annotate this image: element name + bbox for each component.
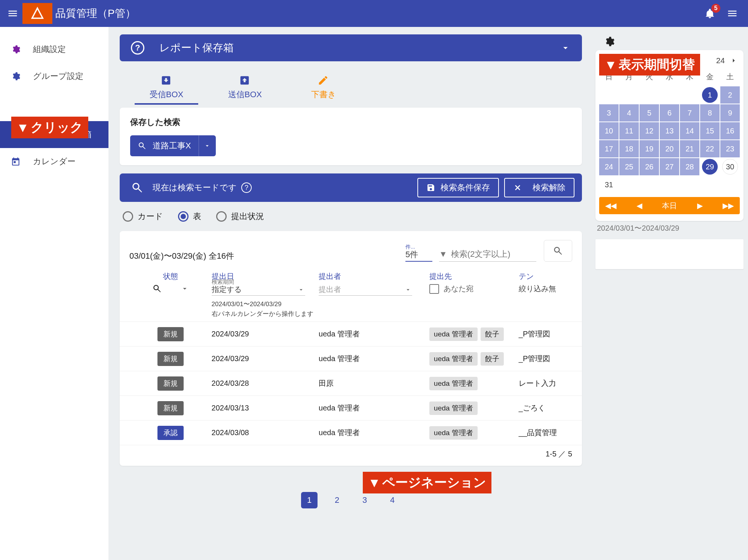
period-help: 2024/03/01〜2024/03/29 右パネルカレンダーから操作します	[212, 299, 319, 319]
template-filter[interactable]: 絞り込み無	[519, 284, 572, 294]
chevron-down-icon[interactable]	[181, 284, 189, 293]
calendar-day[interactable]: 28	[680, 158, 699, 175]
calendar-day[interactable]: 4	[619, 104, 639, 121]
table-row[interactable]: 新規2024/03/29ueda 管理者ueda 管理者餃子_P管理図	[120, 346, 582, 371]
cell-submitter: ueda 管理者	[319, 428, 429, 438]
calendar-day[interactable]: 21	[680, 140, 699, 157]
calendar-day[interactable]: 20	[660, 140, 679, 157]
search-icon[interactable]	[152, 284, 162, 293]
recipient-pill: ueda 管理者	[429, 327, 478, 341]
search-mode-text: 現在は検索モードです	[153, 182, 237, 193]
col-submitter[interactable]: 提出者	[319, 271, 429, 281]
rewind-icon[interactable]: ◀◀	[605, 201, 616, 210]
calendar-day[interactable]: 9	[720, 104, 740, 121]
calendar-day[interactable]: 22	[700, 140, 720, 157]
sidebar-item-org-settings[interactable]: 組織設定	[0, 36, 108, 63]
calendar-day	[619, 86, 639, 104]
calendar-day[interactable]: 11	[619, 122, 639, 139]
table-row[interactable]: 新規2024/03/29ueda 管理者ueda 管理者餃子_P管理図	[120, 321, 582, 346]
outbox-icon	[239, 75, 251, 87]
sidebar-item-group-settings[interactable]: グループ設定	[0, 63, 108, 90]
page-4[interactable]: 4	[384, 492, 401, 508]
calendar-day[interactable]: 14	[680, 122, 699, 139]
radio-submission-view[interactable]: 提出状況	[216, 211, 264, 222]
page-2[interactable]: 2	[329, 492, 345, 508]
table-row[interactable]: 新規2024/03/13ueda 管理者ueda 管理者_ごろく	[120, 396, 582, 420]
radio-table-view[interactable]: 表	[178, 211, 201, 222]
save-search-button[interactable]: 検索条件保存	[417, 178, 499, 197]
calendar-day[interactable]: 29	[702, 159, 718, 175]
page-3[interactable]: 3	[356, 492, 373, 508]
calendar-day[interactable]: 18	[619, 140, 639, 157]
notifications-button[interactable]: 5	[702, 5, 718, 22]
tab-inbox[interactable]: 受信BOX	[127, 67, 206, 104]
search-button[interactable]	[544, 240, 572, 262]
tab-drafts[interactable]: 下書き	[284, 67, 363, 104]
to-you-checkbox[interactable]	[429, 284, 439, 294]
today-button[interactable]: 本日	[662, 201, 677, 211]
callout-period-switch: ▼ 表示期間切替	[599, 54, 700, 76]
table-row[interactable]: 新規2024/03/28田原ueda 管理者レート入力	[120, 371, 582, 396]
period-filter-select[interactable]: 検索期間 指定する	[212, 284, 305, 296]
calendar-day[interactable]: 1	[702, 87, 718, 103]
calendar-day[interactable]: 12	[640, 122, 659, 139]
calendar-day[interactable]: 30	[722, 159, 738, 175]
saved-search-chip[interactable]: 道路工事X	[130, 135, 216, 156]
chevron-down-icon[interactable]	[560, 43, 571, 53]
table-header: 状態 提出日 提出者 提出先 テン	[120, 265, 582, 283]
calendar-nav: ◀◀ ◀ 本日 ▶ ▶▶	[599, 197, 740, 214]
calendar-day[interactable]: 3	[599, 104, 619, 121]
calendar-day[interactable]: 24	[599, 158, 619, 175]
calendar-day[interactable]: 6	[660, 104, 679, 121]
panel-header[interactable]: ? レポート保存箱	[120, 34, 582, 61]
triangle-down-icon: ▼	[439, 249, 447, 259]
calendar-day[interactable]: 27	[660, 158, 679, 175]
calendar-day[interactable]: 15	[700, 122, 720, 139]
col-template[interactable]: テン	[519, 271, 572, 281]
calendar-day[interactable]: 13	[660, 122, 679, 139]
table-row[interactable]: 承認2024/03/08ueda 管理者ueda 管理者__品質管理	[120, 420, 582, 445]
calendar-day[interactable]: 10	[599, 122, 619, 139]
calendar-day[interactable]: 7	[680, 104, 699, 121]
saved-searches-card: 保存した検索 道路工事X	[120, 108, 582, 165]
forward-icon[interactable]: ▶▶	[723, 201, 734, 210]
calendar-day[interactable]: 17	[599, 140, 619, 157]
cell-submitter: ueda 管理者	[319, 354, 429, 364]
recipient-pill: ueda 管理者	[429, 426, 478, 440]
page-1[interactable]: 1	[301, 492, 318, 508]
help-icon[interactable]: ?	[241, 182, 252, 193]
calendar-day[interactable]: 2	[720, 86, 740, 104]
calendar-day[interactable]: 31	[599, 176, 619, 193]
gear-icon	[9, 43, 22, 56]
prev-icon[interactable]: ◀	[637, 201, 642, 210]
calendar-day[interactable]: 23	[720, 140, 740, 157]
calendar-day[interactable]: 25	[619, 158, 639, 175]
cell-template: _P管理図	[519, 354, 572, 364]
hamburger-menu-icon[interactable]	[4, 5, 21, 22]
sidebar-item-calendar[interactable]: カレンダー	[0, 148, 108, 175]
cell-submitter: 田原	[319, 378, 429, 388]
clear-search-button[interactable]: 検索解除	[504, 178, 574, 197]
tab-outbox[interactable]: 送信BOX	[206, 67, 284, 104]
quick-search-input[interactable]: ▼ 検索(2文字以上)	[439, 249, 536, 262]
recipient-pill: ueda 管理者	[429, 377, 478, 390]
col-status[interactable]: 状態	[129, 271, 212, 281]
rows-per-page-select[interactable]: 件... 5件	[405, 249, 432, 262]
calendar-day[interactable]: 19	[640, 140, 659, 157]
calendar-day[interactable]: 26	[640, 158, 659, 175]
tabbar: 受信BOX 送信BOX 下書き	[120, 67, 582, 104]
chip-dropdown[interactable]	[199, 135, 216, 156]
help-icon[interactable]: ?	[131, 41, 144, 55]
calendar-day[interactable]: 8	[700, 104, 720, 121]
radio-card-view[interactable]: カード	[123, 211, 163, 222]
cell-template: _ごろく	[519, 403, 572, 413]
next-icon[interactable]: ▶	[697, 201, 703, 210]
col-to[interactable]: 提出先	[429, 271, 519, 281]
chevron-right-icon[interactable]	[730, 57, 738, 64]
calendar-day[interactable]: 5	[640, 104, 659, 121]
cell-template: レート入力	[519, 378, 572, 388]
submitter-filter-select[interactable]: 提出者	[319, 284, 412, 296]
calendar-day[interactable]: 16	[720, 122, 740, 139]
appbar-menu-icon[interactable]	[724, 5, 741, 22]
gear-icon[interactable]	[604, 36, 744, 47]
